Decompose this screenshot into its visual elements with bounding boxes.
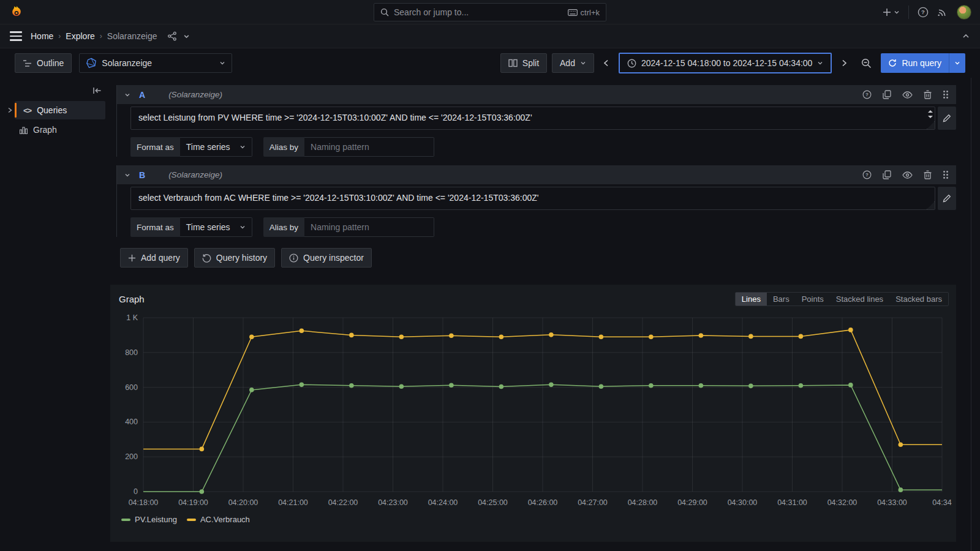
svg-text:04:28:00: 04:28:00 bbox=[628, 498, 658, 507]
outline-button[interactable]: Outline bbox=[15, 53, 72, 73]
explore-toolbar: Outline Solaranzeige Split Add bbox=[0, 48, 980, 78]
bar-chart-icon bbox=[20, 126, 28, 134]
user-avatar[interactable] bbox=[957, 5, 971, 20]
svg-text:0: 0 bbox=[134, 487, 138, 496]
chevron-down-icon bbox=[580, 60, 586, 66]
split-button[interactable]: Split bbox=[500, 53, 547, 73]
svg-text:04:29:00: 04:29:00 bbox=[677, 498, 707, 507]
breadcrumb-bar: Home › Explore › Solaranzeige bbox=[0, 24, 980, 48]
query-header-a[interactable]: A (Solaranzeige) ? bbox=[117, 85, 956, 104]
svg-text:1 K: 1 K bbox=[126, 313, 138, 322]
collapse-up-icon[interactable] bbox=[962, 32, 970, 40]
sql-query-input[interactable]: select Verbrauch from AC WHERE time >= '… bbox=[130, 187, 935, 210]
svg-text:04:34: 04:34 bbox=[932, 498, 951, 507]
svg-text:04:27:00: 04:27:00 bbox=[578, 498, 608, 507]
trash-icon[interactable] bbox=[924, 90, 932, 99]
svg-text:04:30:00: 04:30:00 bbox=[728, 498, 758, 507]
chevron-down-icon[interactable] bbox=[124, 92, 130, 98]
svg-text:600: 600 bbox=[125, 383, 138, 392]
nav-divider bbox=[908, 6, 909, 19]
plus-icon bbox=[883, 8, 891, 17]
drag-handle-icon[interactable] bbox=[943, 170, 949, 179]
eye-icon[interactable] bbox=[902, 91, 913, 99]
search-input[interactable]: Search or jump to... ctrl+k bbox=[374, 3, 606, 21]
plus-icon bbox=[128, 254, 136, 262]
help-icon[interactable]: ? bbox=[918, 7, 929, 18]
duplicate-icon[interactable] bbox=[883, 90, 891, 99]
query-ref[interactable]: B bbox=[139, 170, 145, 180]
duplicate-icon[interactable] bbox=[883, 170, 891, 179]
format-as-select[interactable]: Time series bbox=[180, 137, 252, 157]
drag-handle-icon[interactable] bbox=[943, 90, 949, 99]
mode-stacked-bars[interactable]: Stacked bars bbox=[889, 293, 948, 305]
svg-text:400: 400 bbox=[125, 418, 138, 426]
chevron-down-icon[interactable] bbox=[183, 33, 190, 40]
chevron-right-icon[interactable] bbox=[5, 107, 15, 113]
add-button[interactable]: Add bbox=[552, 53, 594, 73]
zoom-out-button[interactable] bbox=[856, 53, 876, 73]
eye-icon[interactable] bbox=[902, 171, 913, 179]
svg-text:04:33:00: 04:33:00 bbox=[877, 498, 907, 507]
mode-bars[interactable]: Bars bbox=[767, 293, 796, 305]
chevron-down-icon bbox=[219, 60, 225, 66]
breadcrumb-home[interactable]: Home bbox=[31, 31, 53, 41]
trash-icon[interactable] bbox=[924, 170, 932, 179]
query-datasource: (Solaranzeige) bbox=[168, 90, 222, 99]
query-history-button[interactable]: Query history bbox=[194, 248, 275, 268]
breadcrumb: Home › Explore › Solaranzeige bbox=[31, 31, 157, 41]
resize-handle[interactable] bbox=[927, 121, 935, 129]
add-query-button[interactable]: Add query bbox=[120, 248, 188, 268]
svg-text:04:21:00: 04:21:00 bbox=[278, 498, 308, 507]
resize-handle[interactable] bbox=[927, 201, 935, 209]
alias-input[interactable] bbox=[304, 137, 434, 157]
help-circle-icon[interactable]: ? bbox=[862, 170, 872, 179]
breadcrumb-separator: › bbox=[100, 32, 102, 40]
mode-points[interactable]: Points bbox=[796, 293, 830, 305]
run-query-button[interactable]: Run query bbox=[881, 53, 965, 73]
format-as-select[interactable]: Time series bbox=[180, 217, 252, 237]
query-header-b[interactable]: B (Solaranzeige) ? bbox=[117, 165, 956, 184]
help-circle-icon[interactable]: ? bbox=[862, 90, 872, 99]
code-icon: <> bbox=[23, 106, 31, 115]
legend-item-pv-leistung[interactable]: PV.Leistung bbox=[121, 515, 177, 524]
news-icon[interactable] bbox=[937, 7, 948, 18]
format-as-label: Format as bbox=[130, 137, 180, 157]
sidebar-item-graph[interactable]: Graph bbox=[5, 121, 105, 139]
new-menu-button[interactable] bbox=[883, 8, 900, 17]
edit-query-button[interactable] bbox=[938, 107, 956, 130]
svg-text:800: 800 bbox=[125, 348, 138, 357]
graph-panel: Graph Lines Bars Points Stacked lines St… bbox=[110, 285, 956, 542]
run-query-caret[interactable] bbox=[949, 53, 965, 73]
query-ref[interactable]: A bbox=[139, 90, 145, 100]
time-shift-back-button[interactable] bbox=[599, 53, 614, 73]
datasource-picker[interactable]: Solaranzeige bbox=[79, 53, 232, 73]
format-as-label: Format as bbox=[130, 217, 180, 237]
mode-stacked-lines[interactable]: Stacked lines bbox=[830, 293, 889, 305]
clock-icon bbox=[627, 59, 636, 68]
time-range-picker[interactable]: 2024-12-15 04:18:00 to 2024-12-15 04:34:… bbox=[619, 53, 832, 73]
share-icon[interactable] bbox=[167, 31, 177, 41]
chevron-down-icon[interactable] bbox=[124, 172, 130, 178]
sql-query-input[interactable]: select Leistung from PV WHERE time >= '2… bbox=[130, 107, 935, 130]
legend-item-ac-verbrauch[interactable]: AC.Verbrauch bbox=[187, 515, 250, 524]
alias-input[interactable] bbox=[304, 217, 434, 237]
sidebar-item-queries[interactable]: <> Queries bbox=[5, 101, 105, 119]
svg-text:04:26:00: 04:26:00 bbox=[528, 498, 558, 507]
chevron-down-icon bbox=[239, 144, 246, 150]
svg-text:04:22:00: 04:22:00 bbox=[328, 498, 358, 507]
chevron-down-icon bbox=[817, 60, 823, 66]
time-shift-forward-button[interactable] bbox=[837, 53, 851, 73]
time-series-chart[interactable]: 02004006008001 K04:18:0004:19:0004:20:00… bbox=[118, 308, 948, 514]
collapse-pane-icon[interactable] bbox=[92, 86, 102, 95]
mode-lines[interactable]: Lines bbox=[736, 293, 767, 305]
query-inspector-button[interactable]: Query inspector bbox=[281, 248, 372, 268]
edit-query-button[interactable] bbox=[938, 187, 956, 210]
search-shortcut: ctrl+k bbox=[568, 8, 600, 17]
time-range-value: 2024-12-15 04:18:00 to 2024-12-15 04:34:… bbox=[641, 58, 812, 68]
breadcrumb-explore[interactable]: Explore bbox=[66, 31, 94, 41]
menu-toggle-icon[interactable] bbox=[10, 31, 22, 41]
svg-text:04:25:00: 04:25:00 bbox=[478, 498, 508, 507]
refresh-icon bbox=[888, 59, 897, 67]
grafana-logo[interactable] bbox=[9, 4, 24, 20]
spinner-arrows-icon[interactable] bbox=[927, 110, 933, 119]
